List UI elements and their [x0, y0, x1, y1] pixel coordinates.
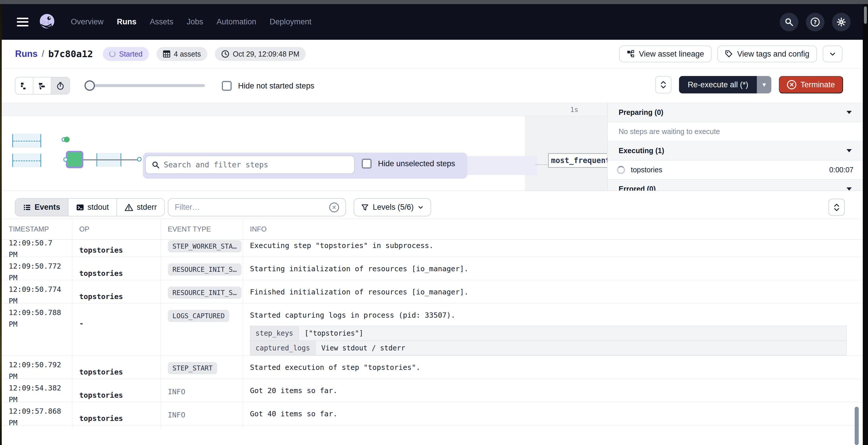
- waterfall-view-button[interactable]: [33, 77, 51, 94]
- gantt-zoom-slider-handle[interactable]: [85, 80, 95, 91]
- view-tags-config-button[interactable]: View tags and config: [717, 45, 817, 62]
- page-scrollbar-track[interactable]: [863, 4, 868, 445]
- view-stdout-stderr-link[interactable]: View stdout / stderr: [315, 341, 846, 355]
- hide-not-started-control: Hide not started steps: [222, 81, 314, 91]
- dependency-edge: [83, 159, 139, 161]
- tag-icon: [725, 50, 733, 58]
- executing-step-elapsed: 0:00:07: [829, 166, 854, 174]
- event-row[interactable]: 12:09:50.792PM topstories STEP_START Sta…: [2, 356, 863, 379]
- expand-log-panel-button[interactable]: [829, 199, 845, 216]
- nav-item-automation[interactable]: Automation: [217, 18, 256, 26]
- window-top-strip: [0, 0, 868, 4]
- event-type-badge: STEP_WORKER_STA…: [168, 240, 242, 252]
- event-info: Got 40 items so far.: [243, 402, 863, 429]
- tab-events[interactable]: Events: [16, 199, 68, 216]
- gantt-zoom-slider[interactable]: [85, 84, 205, 87]
- hamburger-menu-icon[interactable]: [17, 18, 28, 26]
- log-filter-input[interactable]: [175, 203, 324, 212]
- column-event-type[interactable]: EVENT TYPE: [160, 219, 243, 239]
- event-type-badge: RESOURCE_INIT_S…: [168, 286, 242, 299]
- run-badges: Started 4 assets Oct 29, 12:09:48 PM: [103, 47, 306, 61]
- event-table-header: TIMESTAMP OP EVENT TYPE INFO: [2, 218, 863, 240]
- nav-item-deployment[interactable]: Deployment: [270, 18, 311, 26]
- event-row[interactable]: 12:09:50.772PM topstories RESOURCE_INIT_…: [2, 257, 863, 280]
- breadcrumb-separator: /: [42, 49, 44, 59]
- warning-triangle-icon: [125, 203, 133, 211]
- nav-item-assets[interactable]: Assets: [150, 18, 173, 26]
- event-metadata-table: step_keys ["topstories"] captured_logs V…: [250, 326, 846, 355]
- run-actions-chevron-button[interactable]: [823, 45, 842, 62]
- errored-section-header[interactable]: Errored (0): [608, 179, 863, 191]
- chevron-down-icon: [829, 50, 836, 58]
- view-asset-lineage-button[interactable]: View asset lineage: [619, 45, 712, 62]
- flat-view-icon: [20, 81, 28, 90]
- event-list-icon: [23, 203, 31, 211]
- search-icon[interactable]: [780, 13, 798, 31]
- tab-stdout[interactable]: stdout: [68, 199, 117, 216]
- event-info: Finished initialization of resources [io…: [243, 280, 863, 307]
- axis-tick-1s: 1s: [570, 106, 578, 113]
- log-filter-box[interactable]: ✕: [168, 198, 346, 216]
- reexecute-all-button[interactable]: Re-execute all (*): [679, 76, 757, 93]
- event-info: Started capturing logs in process (pid: …: [250, 311, 851, 319]
- nav-item-jobs[interactable]: Jobs: [187, 18, 203, 26]
- log-view-tabs: Events stdout stderr: [15, 198, 165, 216]
- chevron-up-down-icon: [833, 203, 840, 212]
- executing-section-header[interactable]: Executing (1): [608, 141, 863, 161]
- not-started-step-box[interactable]: [12, 134, 41, 147]
- levels-filter-button[interactable]: Levels (5/6): [353, 198, 431, 216]
- step-label-most-frequent[interactable]: most_frequent: [548, 153, 609, 168]
- nav-item-overview[interactable]: Overview: [71, 18, 104, 26]
- run-header-actions: View asset lineage View tags and config: [619, 45, 842, 62]
- dagster-logo[interactable]: [38, 13, 56, 31]
- hide-unselected-control: Hide unselected steps: [362, 159, 455, 169]
- status-badge: Started: [103, 47, 149, 61]
- chevron-down-icon: [418, 205, 424, 210]
- reexecute-dropdown-button[interactable]: ▼: [757, 76, 771, 93]
- hide-not-started-label: Hide not started steps: [238, 81, 314, 91]
- tab-stderr[interactable]: stderr: [117, 199, 164, 216]
- event-row[interactable]: 12:09:50.774PM topstories RESOURCE_INIT_…: [2, 280, 863, 303]
- dagster-run-page: Overview Runs Assets Jobs Automation Dep…: [0, 0, 868, 445]
- column-info[interactable]: INFO: [243, 219, 863, 239]
- gantt-time-axis: 1s: [2, 103, 607, 116]
- breadcrumb-runs-link[interactable]: Runs: [15, 49, 38, 59]
- not-started-step-box[interactable]: [12, 154, 41, 167]
- step-input-marker: [63, 157, 68, 162]
- run-header-row: Runs / b7c80a12 Started 4 assets Oct 29,…: [2, 40, 863, 68]
- hide-not-started-checkbox[interactable]: [222, 81, 232, 91]
- event-row[interactable]: 12:09:50.788PM - LOGS_CAPTURED Started c…: [2, 303, 863, 356]
- timed-view-button[interactable]: [51, 77, 69, 94]
- help-icon[interactable]: ?: [806, 13, 825, 31]
- event-row[interactable]: 12:09:57.868PM topstories INFO Got 40 it…: [2, 402, 863, 425]
- event-row[interactable]: 12:09:54.382PM topstories INFO Got 20 it…: [2, 379, 863, 402]
- selected-running-step-box[interactable]: [66, 151, 83, 168]
- event-type-text: INFO: [168, 408, 185, 419]
- panel-resize-button[interactable]: [655, 76, 672, 93]
- event-log-scrollbar-thumb[interactable]: [855, 407, 859, 445]
- main-nav-items: Overview Runs Assets Jobs Automation Dep…: [71, 18, 311, 26]
- column-op[interactable]: OP: [72, 219, 160, 239]
- metadata-row-captured-logs: captured_logs View stdout / stderr: [250, 341, 846, 355]
- executing-step-name: topstories: [631, 166, 662, 174]
- terminate-button[interactable]: ✕ Terminate: [779, 76, 843, 93]
- mini-step-marker[interactable]: [64, 137, 70, 142]
- event-type-badge: RESOURCE_INIT_S…: [168, 264, 242, 276]
- executing-step-row[interactable]: topstories 0:00:07: [608, 161, 863, 179]
- status-spinner-icon: [109, 51, 116, 57]
- gear-icon[interactable]: [832, 13, 850, 31]
- column-timestamp[interactable]: TIMESTAMP: [2, 219, 72, 239]
- page-scrollbar-thumb[interactable]: [864, 6, 867, 24]
- dotted-dependency-edge: [536, 164, 550, 165]
- chevron-up-down-icon: [660, 80, 666, 89]
- dependency-edge-endpoint: [137, 157, 142, 162]
- assets-badge[interactable]: 4 assets: [156, 47, 207, 61]
- preparing-section-header[interactable]: Preparing (0): [608, 103, 863, 122]
- step-search-box[interactable]: [145, 156, 355, 174]
- hide-unselected-checkbox[interactable]: [362, 159, 372, 169]
- step-search-input[interactable]: [164, 161, 348, 169]
- search-icon: [152, 161, 160, 169]
- flat-view-button[interactable]: [16, 77, 33, 94]
- clear-filter-icon[interactable]: ✕: [329, 203, 339, 212]
- nav-item-runs[interactable]: Runs: [117, 18, 137, 26]
